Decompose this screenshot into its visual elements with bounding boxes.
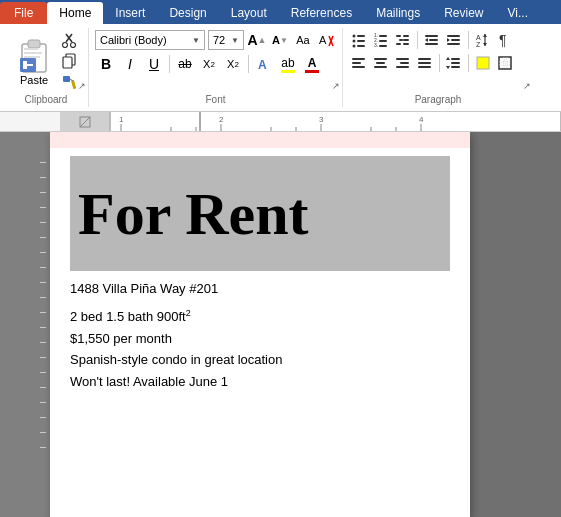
clipboard-group: Paste xyxy=(6,28,89,107)
svg-rect-3 xyxy=(24,52,42,54)
bullets-button[interactable] xyxy=(349,30,369,50)
svg-rect-24 xyxy=(357,40,365,42)
svg-rect-28 xyxy=(379,35,387,37)
tab-view[interactable]: Vi... xyxy=(496,2,540,24)
address-text: 1488 Villa Piña Way #201 xyxy=(70,281,450,296)
underline-button[interactable]: U xyxy=(143,53,165,75)
tab-insert[interactable]: Insert xyxy=(103,2,157,24)
align-left-button[interactable] xyxy=(349,53,369,73)
shrink-font-button[interactable]: A▼ xyxy=(270,30,290,50)
svg-rect-63 xyxy=(418,62,431,64)
font-size-chevron: ▼ xyxy=(231,36,239,45)
detail-3: Spanish-style condo in great location xyxy=(70,349,450,370)
increase-indent-button[interactable] xyxy=(444,30,464,50)
paste-label: Paste xyxy=(20,74,48,86)
svg-text:4: 4 xyxy=(419,115,424,124)
strikethrough-button[interactable]: ab xyxy=(174,53,196,75)
italic-button[interactable]: I xyxy=(119,53,141,75)
margin-mark xyxy=(40,387,46,388)
align-right-button[interactable] xyxy=(393,53,413,73)
page-content: For Rent 1488 Villa Piña Way #201 2 bed … xyxy=(50,148,470,412)
svg-rect-34 xyxy=(399,39,403,41)
margin-mark xyxy=(40,327,46,328)
document-page[interactable]: For Rent 1488 Villa Piña Way #201 2 bed … xyxy=(50,132,470,517)
svg-rect-39 xyxy=(425,35,438,37)
svg-text:A: A xyxy=(319,34,327,46)
paragraph-dialog-launcher[interactable]: ↗ xyxy=(523,81,531,91)
tab-file[interactable]: File xyxy=(0,2,47,24)
svg-marker-46 xyxy=(447,38,450,42)
format-painter-button[interactable] xyxy=(58,72,80,92)
shading-button[interactable] xyxy=(473,53,493,73)
tab-references[interactable]: References xyxy=(279,2,364,24)
text-highlight-button[interactable]: ab xyxy=(277,53,299,75)
font-color-button[interactable]: A xyxy=(301,53,323,75)
para-separator-4 xyxy=(468,54,469,72)
svg-rect-56 xyxy=(374,58,387,60)
font-name-dropdown[interactable]: Calibri (Body) ▼ xyxy=(95,30,205,50)
margin-mark xyxy=(40,447,46,448)
borders-button[interactable] xyxy=(495,53,515,73)
svg-rect-64 xyxy=(418,66,431,68)
change-case-button[interactable]: Aa xyxy=(293,30,313,50)
svg-marker-68 xyxy=(446,57,450,60)
show-formatting-button[interactable]: ¶ xyxy=(495,30,515,50)
clipboard-dialog-launcher[interactable]: ↗ xyxy=(78,81,86,91)
detail-4: Won't last! Available June 1 xyxy=(70,371,450,392)
ribbon-toolbar: Paste xyxy=(0,24,561,112)
paste-button[interactable]: Paste xyxy=(12,30,56,92)
tab-home[interactable]: Home xyxy=(47,2,103,24)
grow-font-button[interactable]: A▲ xyxy=(247,30,267,50)
para-separator-1 xyxy=(417,31,418,49)
svg-rect-58 xyxy=(374,66,387,68)
tab-review[interactable]: Review xyxy=(432,2,495,24)
cut-button[interactable] xyxy=(58,30,80,50)
svg-line-77 xyxy=(80,117,90,127)
svg-point-11 xyxy=(71,43,76,48)
font-name-row: Calibri (Body) ▼ 72 ▼ A▲ A▼ Aa xyxy=(95,30,336,50)
margin-mark xyxy=(40,267,46,268)
decrease-indent-button[interactable] xyxy=(422,30,442,50)
justify-button[interactable] xyxy=(415,53,435,73)
multilevel-list-button[interactable] xyxy=(393,30,413,50)
svg-rect-4 xyxy=(24,56,40,58)
tab-design[interactable]: Design xyxy=(157,2,218,24)
align-center-button[interactable] xyxy=(371,53,391,73)
margin-mark xyxy=(40,297,46,298)
clear-formatting-button[interactable]: A xyxy=(316,30,336,50)
font-size-dropdown[interactable]: 72 ▼ xyxy=(208,30,244,50)
ruler-corner[interactable] xyxy=(60,112,110,131)
font-dialog-launcher[interactable]: ↗ xyxy=(332,81,340,91)
highlight-color-bar xyxy=(281,70,295,73)
svg-rect-61 xyxy=(396,66,409,68)
svg-rect-59 xyxy=(396,58,409,60)
svg-rect-32 xyxy=(379,45,387,47)
svg-marker-69 xyxy=(446,66,450,69)
for-rent-heading: For Rent xyxy=(78,184,309,244)
sort-button[interactable]: A Z xyxy=(473,30,493,50)
font-format-row: B I U ab X2 X2 A a xyxy=(95,53,323,75)
margin-mark xyxy=(40,417,46,418)
for-rent-banner: For Rent xyxy=(70,156,450,271)
superscript-button[interactable]: X2 xyxy=(222,53,244,75)
margin-mark xyxy=(40,312,46,313)
numbering-button[interactable]: 1. 2. 3. xyxy=(371,30,391,50)
line-spacing-button[interactable] xyxy=(444,53,464,73)
detail-1: 2 bed 1.5 bath 900ft2 xyxy=(70,306,450,328)
margin-mark xyxy=(40,342,46,343)
svg-rect-33 xyxy=(396,35,401,37)
bold-button[interactable]: B xyxy=(95,53,117,75)
text-effects-button[interactable]: A xyxy=(253,53,275,75)
margin-mark xyxy=(40,282,46,283)
margin-mark xyxy=(40,192,46,193)
svg-rect-35 xyxy=(396,43,401,45)
clipboard-small-buttons xyxy=(58,30,80,92)
tab-layout[interactable]: Layout xyxy=(219,2,279,24)
copy-button[interactable] xyxy=(58,51,80,71)
left-margin-gutter xyxy=(0,132,50,517)
svg-rect-43 xyxy=(447,35,460,37)
tab-mailings[interactable]: Mailings xyxy=(364,2,432,24)
subscript-button[interactable]: X2 xyxy=(198,53,220,75)
svg-rect-40 xyxy=(429,39,438,41)
margin-mark xyxy=(40,402,46,403)
